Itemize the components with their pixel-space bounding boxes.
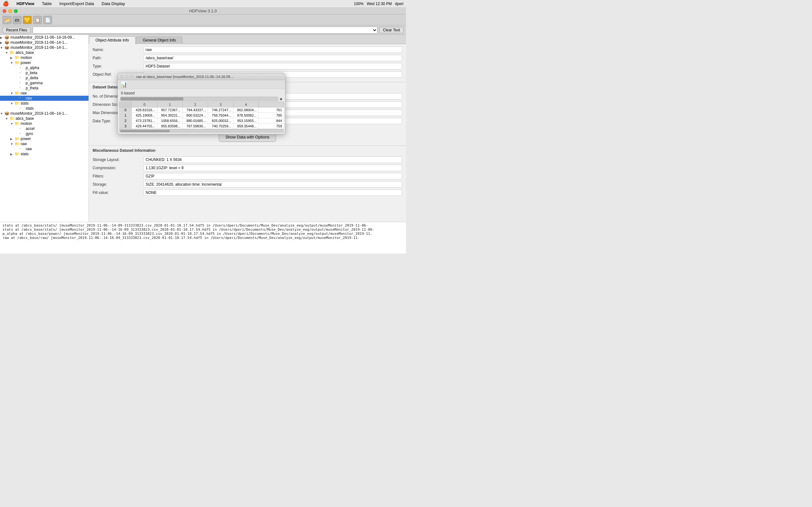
tree-item-accel[interactable]: ▪ accel: [0, 126, 89, 131]
tree-item-stats2[interactable]: ▶ 📁 stats: [0, 152, 89, 157]
tree-label: motion: [20, 55, 32, 60]
tree-label: power: [20, 136, 31, 141]
tree-item-power2[interactable]: ▶ 📁 power: [0, 136, 89, 141]
folder-icon: 📁: [9, 116, 14, 121]
tree-arrow: ▼: [5, 117, 9, 120]
fill-value-value: NONE: [143, 189, 402, 196]
tree-item-raw-folder2[interactable]: ▼ 📁 raw: [0, 141, 89, 147]
path-dropdown[interactable]: [33, 26, 377, 34]
tab-general-object[interactable]: General Object Info: [136, 37, 183, 44]
popup-close-button[interactable]: [120, 75, 123, 78]
misc-info-section: Storage Layout: CHUNKED: 1 X 5634 Compre…: [89, 154, 406, 200]
cell-r0-c2: 794.43337...: [183, 107, 208, 113]
toolbar2: Recent Files Clear Text: [0, 25, 406, 35]
tree-item-p-alpha[interactable]: ▪ p_alpha: [0, 65, 89, 70]
tree-item-abcs-base2[interactable]: ▼ 📁 abcs_base: [0, 116, 89, 121]
paste-button[interactable]: 📄: [43, 16, 52, 24]
cell-r3-c3: 740.70259...: [208, 124, 234, 129]
tree-label: motion: [20, 121, 32, 126]
copy-button[interactable]: 📋: [33, 16, 42, 24]
tree-item-p-theta[interactable]: ▪ p_theta: [0, 86, 89, 91]
tree-arrow: ▶: [10, 137, 14, 141]
tree-item-p-gamma[interactable]: ▪ p_gamma: [0, 80, 89, 86]
tab-object-attribute[interactable]: Object Attribute Info: [89, 37, 136, 44]
log-line: stats at /abcs_base/stats/ [museMonitor_…: [3, 228, 403, 232]
clear-text-button[interactable]: Clear Text: [379, 27, 403, 33]
open-folder-button[interactable]: 🗁: [13, 16, 21, 24]
save-button[interactable]: 💛: [23, 16, 32, 24]
tree-item-file4[interactable]: ▼ 📦 museMonitor_2019-11-06--14-1...: [0, 111, 89, 116]
tree-item-power1[interactable]: ▼ 📁 power: [0, 60, 89, 65]
tree-item-raw1[interactable]: ▪ raw: [0, 96, 89, 101]
misc-section-header: Miscellaneous Dataset Information: [89, 146, 406, 154]
tree-label: raw: [20, 142, 27, 146]
cell-r1-c4: 878.50082...: [234, 113, 259, 118]
col-header-2: 2: [183, 102, 208, 107]
tree-item-file2[interactable]: ▶ 📦 museMonitor_2019-11-06--14-1...: [0, 40, 89, 45]
menu-hdfview[interactable]: HDFView: [15, 1, 36, 6]
tree-item-motion1[interactable]: ▶ 📁 motion: [0, 55, 89, 60]
name-value: raw: [143, 47, 402, 53]
tree-arrow: ▼: [0, 46, 4, 49]
cell-r0-c5: 761: [259, 107, 284, 113]
horizontal-scrollbar[interactable]: [119, 129, 284, 133]
folder-icon: 📁: [14, 60, 20, 65]
menu-data-display[interactable]: Data Display: [100, 1, 126, 6]
tree-item-gyro[interactable]: ▪ gyro: [0, 131, 89, 136]
scroll-button[interactable]: ⏹: [280, 97, 283, 101]
recent-files-button[interactable]: Recent Files: [3, 27, 31, 33]
tree-item-abcs-base1[interactable]: ▼ 📁 abcs_base: [0, 50, 89, 55]
tree-label: p_alpha: [26, 66, 39, 70]
popup-minimize-button[interactable]: [125, 75, 129, 78]
menu-table[interactable]: Table: [41, 1, 53, 6]
col-header-rownum: [119, 102, 132, 107]
fill-value-label: Fill value:: [93, 190, 143, 195]
data-popup: raw at /abcs_base/raw/ [museMonitor_2019…: [117, 73, 286, 134]
apple-menu[interactable]: 🍎: [3, 1, 9, 7]
tree-arrow: ▼: [10, 142, 14, 146]
tree-arrow: ▼: [10, 92, 14, 95]
storage-layout-label: Storage Layout:: [93, 158, 143, 162]
tree-item-raw2[interactable]: ▪ raw: [0, 147, 89, 152]
data-scrollbar[interactable]: [120, 97, 278, 101]
cell-r2-c2: 880.01685...: [183, 118, 208, 124]
menu-import-export[interactable]: Import/Export Data: [58, 1, 95, 6]
open-file-button[interactable]: 📂: [3, 16, 11, 24]
username: dperi: [395, 2, 403, 6]
tree-arrow: ▶: [10, 56, 14, 60]
battery-pct: 100%: [354, 2, 363, 6]
cell-r1-c3: 756.75044...: [208, 113, 234, 118]
tree-item-stats1[interactable]: ▪ stats: [0, 106, 89, 111]
tree-label: museMonitor_2019-11-06--14-16-09...: [10, 35, 75, 40]
folder-icon: 📁: [14, 136, 20, 141]
tree-label: gyro: [26, 131, 33, 136]
minimize-button[interactable]: [8, 9, 12, 13]
folder-icon: 📁: [9, 50, 14, 55]
tree-item-stats-folder1[interactable]: ▼ 📁 stats: [0, 101, 89, 106]
toolbar: 📂 🗁 💛 📋 📄: [0, 14, 406, 25]
tree-item-p-delta[interactable]: ▪ p_delta: [0, 75, 89, 80]
maximize-button[interactable]: [14, 9, 18, 13]
tree-item-raw-folder1[interactable]: ▼ 📁 raw: [0, 91, 89, 96]
popup-maximize-button[interactable]: [131, 75, 134, 78]
col-header-1: 1: [157, 102, 183, 107]
tree-item-file3[interactable]: ▼ 📦 museMonitor_2019-11-06--14-1...: [0, 45, 89, 50]
tree-label: p_gamma: [26, 81, 43, 85]
tree-arrow: ▼: [5, 51, 9, 55]
tree-item-p-beta[interactable]: ▪ p_beta: [0, 70, 89, 75]
tree-item-motion2[interactable]: ▼ 📁 motion: [0, 121, 89, 126]
cell-r3-c2: 787.59830...: [183, 124, 208, 129]
type-row: Type: HDF5 Dataset: [93, 63, 402, 69]
window-title: HDFView 3.1.0: [189, 9, 217, 13]
storage-layout-value: CHUNKED: 1 X 5634: [143, 157, 402, 163]
tree-item-file1[interactable]: ▶ 📦 museMonitor_2019-11-06--14-16-09...: [0, 35, 89, 40]
tree-arrow: ▶: [10, 153, 14, 156]
name-row: Name: raw: [93, 47, 402, 53]
scrollbar-thumb: [120, 97, 183, 101]
table-row: 3429.44755...955.83598...787.59830...740…: [119, 124, 284, 129]
chart-icon[interactable]: 📊: [120, 81, 127, 88]
type-label: Type:: [93, 64, 143, 68]
cell-r0-c3: 746.27247...: [208, 107, 234, 113]
folder-icon: 📁: [14, 121, 20, 126]
close-button[interactable]: [3, 9, 6, 13]
